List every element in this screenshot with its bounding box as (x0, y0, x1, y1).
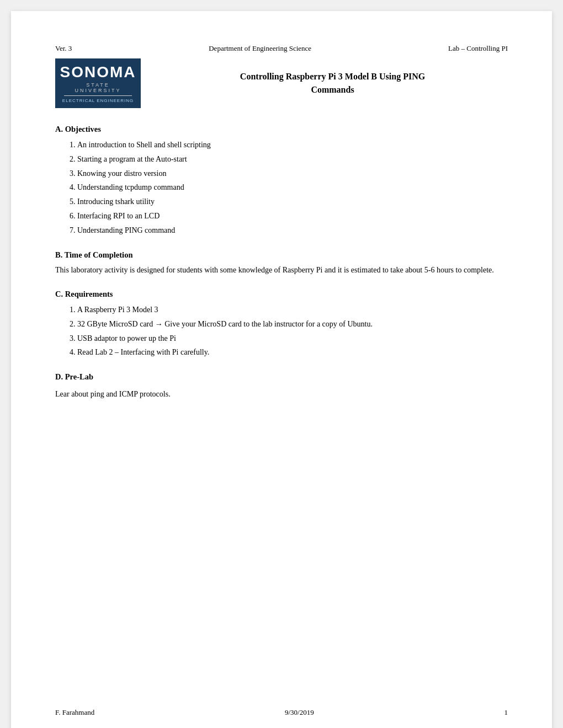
list-item: 32 GByte MicroSD card → Give your MicroS… (77, 318, 508, 331)
header-top: Ver. 3 Department of Engineering Science… (55, 44, 508, 53)
section-prelab: D. Pre-Lab Lear about ping and ICMP prot… (55, 372, 508, 400)
section-requirements: C. Requirements A Raspberry Pi 3 Model 3… (55, 290, 508, 359)
list-item: An introduction to Shell and shell scrip… (77, 138, 508, 152)
time-heading: B. Time of Completion (55, 250, 508, 260)
logo-university-text: UNIVERSITY (75, 88, 121, 93)
document-page: Ver. 3 Department of Engineering Science… (11, 11, 552, 728)
list-item: Understanding PING command (77, 224, 508, 237)
logo-sonoma-text: SONOMA (60, 63, 136, 81)
lab-label: Lab – Controlling PI (448, 44, 508, 53)
prelab-heading: D. Pre-Lab (55, 372, 508, 382)
section-time: B. Time of Completion This laboratory ac… (55, 250, 508, 276)
department-label: Department of Engineering Science (209, 44, 311, 53)
title-line1: Controlling Raspberry Pi 3 Model B Using… (157, 70, 508, 83)
logo-state-text: STATE (86, 82, 110, 88)
footer: F. Farahmand 9/30/2019 1 (55, 708, 508, 717)
time-body: This laboratory activity is designed for… (55, 264, 508, 276)
requirements-list: A Raspberry Pi 3 Model 3 32 GByte MicroS… (77, 303, 508, 359)
section-objectives: A. Objectives An introduction to Shell a… (55, 125, 508, 237)
list-item: Knowing your distro version (77, 167, 508, 180)
objectives-list: An introduction to Shell and shell scrip… (77, 138, 508, 237)
list-item: USB adaptor to power up the Pi (77, 332, 508, 345)
footer-page: 1 (504, 708, 508, 717)
title-line2: Commands (157, 83, 508, 97)
list-item: Starting a program at the Auto-start (77, 153, 508, 166)
document-title: Controlling Raspberry Pi 3 Model B Using… (157, 70, 508, 97)
list-item: A Raspberry Pi 3 Model 3 (77, 303, 508, 317)
list-item: Read Lab 2 – Interfacing with Pi careful… (77, 346, 508, 359)
logo-divider (64, 95, 131, 96)
logo-ee-text: ELECTRICAL ENGINEERING (62, 98, 134, 103)
university-logo: SONOMA STATE UNIVERSITY ELECTRICAL ENGIN… (55, 58, 141, 108)
footer-date: 9/30/2019 (285, 708, 314, 717)
list-item: Understanding tcpdump command (77, 181, 508, 194)
objectives-heading: A. Objectives (55, 125, 508, 134)
list-item: Introducing tshark utility (77, 195, 508, 208)
logo-title-area: SONOMA STATE UNIVERSITY ELECTRICAL ENGIN… (55, 58, 508, 108)
list-item: Interfacing RPI to an LCD (77, 210, 508, 223)
version-label: Ver. 3 (55, 44, 72, 53)
requirements-heading: C. Requirements (55, 290, 508, 299)
prelab-body: Lear about ping and ICMP protocols. (55, 388, 508, 400)
footer-author: F. Farahmand (55, 708, 94, 717)
